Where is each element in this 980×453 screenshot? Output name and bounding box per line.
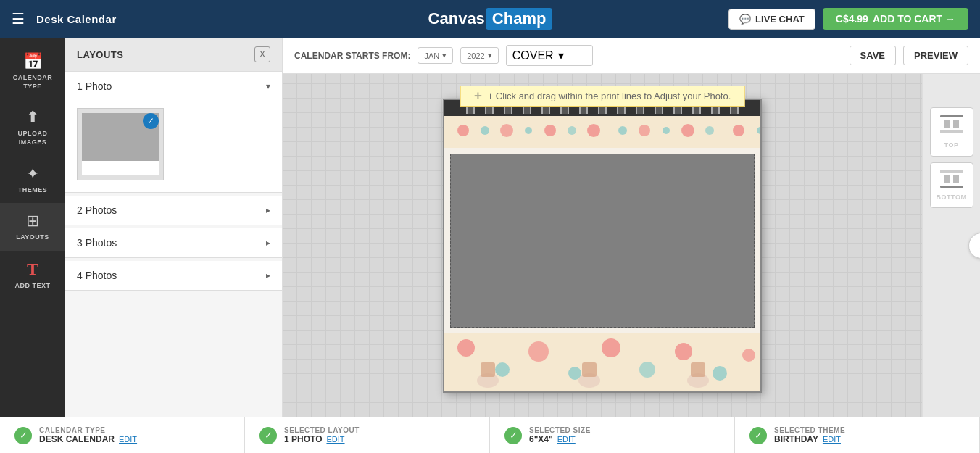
sidebar-label-calendar-type: CALENDAR TYPE (6, 74, 59, 91)
year-value: 2022 (467, 51, 484, 60)
svg-point-6 (587, 124, 600, 137)
svg-rect-36 (953, 175, 959, 183)
status-selected-layout: ✓ SELECTED LAYOUT 1 PHOTO EDIT (245, 417, 490, 453)
status-value-1: DESK CALENDAR (39, 434, 115, 444)
status-check-1: ✓ (14, 427, 32, 444)
svg-rect-32 (953, 120, 959, 128)
cover-value: COVER (512, 49, 554, 62)
layouts-panel-header: LAYOUTS X (65, 38, 282, 72)
sidebar-label-themes: THEMES (18, 186, 48, 195)
status-edit-1[interactable]: EDIT (119, 435, 137, 444)
layout-group-1photo-label: 1 Photo (77, 80, 112, 92)
layout-group-3photos-arrow: ▸ (266, 238, 270, 248)
layout-thumb-1photo[interactable]: ✓ (77, 108, 164, 180)
chat-icon: 💬 (739, 14, 751, 25)
status-selected-theme: ✓ SELECTED THEME BIRTHDAY EDIT (735, 417, 980, 453)
status-check-4: ✓ (749, 427, 767, 444)
calendar-top-pattern (444, 116, 760, 148)
status-selected-size: ✓ SELECTED SIZE 6"X4" EDIT (490, 417, 735, 453)
bottom-pattern-svg (444, 333, 760, 391)
calendar-photo-area[interactable] (450, 154, 755, 328)
status-text-1: CALENDAR TYPE DESK CALENDAR EDIT (39, 426, 137, 444)
themes-icon: ✦ (26, 165, 39, 183)
status-value-2: 1 PHOTO (284, 434, 322, 444)
top-position-button[interactable]: Top (930, 107, 973, 157)
svg-point-8 (639, 125, 650, 136)
cover-select[interactable]: COVER ▾ (506, 45, 593, 66)
top-pattern-svg (449, 120, 760, 141)
live-chat-label: LIVE CHAT (755, 14, 805, 25)
year-select[interactable]: 2022 ▾ (460, 47, 498, 64)
sidebar-label-layouts: LAYOUTS (16, 233, 49, 242)
svg-point-23 (742, 349, 755, 362)
svg-rect-27 (582, 362, 597, 377)
svg-rect-29 (691, 362, 705, 377)
svg-point-9 (663, 127, 670, 134)
svg-rect-33 (940, 130, 963, 133)
editor-area: CALENDAR STARTS FROM: JAN ▾ 2022 ▾ COVER… (283, 38, 980, 417)
status-calendar-type: ✓ CALENDAR TYPE DESK CALENDAR EDIT (0, 417, 245, 453)
svg-rect-35 (944, 175, 950, 183)
layout-group-2photos-header[interactable]: 2 Photos ▸ (65, 196, 282, 225)
status-edit-3[interactable]: EDIT (557, 435, 576, 444)
layout-group-3photos: 3 Photos ▸ (65, 228, 282, 258)
canvas-wrapper: ✛ + Click and drag within the print line… (283, 74, 980, 417)
cover-dropdown-arrow: ▾ (558, 49, 564, 62)
status-value-row-1: DESK CALENDAR EDIT (39, 434, 137, 444)
hamburger-icon[interactable]: ☰ (12, 10, 25, 28)
sidebar-item-themes[interactable]: ✦ THEMES (0, 156, 65, 204)
add-to-cart-button[interactable]: C$4.99 ADD TO CART → (823, 8, 968, 30)
add-text-icon: T (27, 259, 38, 279)
sidebar-item-layouts[interactable]: ⊞ LAYOUTS (0, 203, 65, 251)
bottom-position-button[interactable]: Bottom (930, 162, 973, 209)
layout-group-4photos-header[interactable]: 4 Photos ▸ (65, 261, 282, 290)
next-arrow-button[interactable]: › (968, 233, 980, 259)
brand-logo: Canvas Champ (428, 8, 552, 30)
calendar-bottom-pattern (444, 333, 760, 391)
layout-group-1photo-arrow: ▾ (266, 81, 270, 91)
preview-button[interactable]: PREVIEW (903, 46, 968, 65)
layout-group-2photos: 2 Photos ▸ (65, 196, 282, 225)
layout-group-1photo-header[interactable]: 1 Photo ▾ (65, 72, 282, 101)
calendar-type-icon: 📅 (23, 52, 43, 71)
price-label: C$4.99 (836, 13, 868, 25)
top-position-label: Top (944, 141, 959, 150)
drag-hint-text: + Click and drag within the print lines … (488, 91, 731, 101)
status-value-row-3: 6"X4" EDIT (529, 434, 591, 444)
status-edit-2[interactable]: EDIT (326, 435, 344, 444)
layout-group-4photos: 4 Photos ▸ (65, 261, 282, 291)
sidebar-item-calendar-type[interactable]: 📅 CALENDAR TYPE (0, 43, 65, 99)
add-to-cart-label: ADD TO CART → (873, 13, 955, 25)
layout-group-3photos-header[interactable]: 3 Photos ▸ (65, 228, 282, 257)
layout-group-4photos-label: 4 Photos (77, 270, 117, 281)
right-panel: Top Bottom › (922, 74, 980, 417)
live-chat-button[interactable]: 💬 LIVE CHAT (728, 9, 815, 30)
svg-point-0 (457, 125, 469, 136)
svg-rect-31 (944, 120, 950, 128)
sidebar-item-upload-images[interactable]: ⬆ UPLOAD IMAGES (0, 99, 65, 155)
calendar-starts-label: CALENDAR STARTS FROM: (294, 51, 410, 61)
save-button[interactable]: SAVE (850, 46, 896, 65)
status-edit-4[interactable]: EDIT (823, 435, 841, 444)
svg-point-10 (681, 124, 694, 137)
svg-point-20 (639, 362, 655, 378)
svg-point-5 (568, 126, 576, 135)
svg-point-11 (705, 126, 714, 135)
thumb-text (82, 161, 159, 175)
svg-point-17 (528, 341, 549, 362)
sidebar-item-add-text[interactable]: T ADD TEXT (0, 251, 65, 299)
svg-rect-25 (481, 362, 495, 377)
svg-point-4 (544, 125, 556, 136)
layouts-close-button[interactable]: X (254, 46, 270, 62)
page-title: Desk Calendar (36, 13, 117, 25)
layout-group-4photos-arrow: ▸ (266, 270, 270, 280)
layouts-panel: LAYOUTS X 1 Photo ▾ ✓ 2 Photos ▸ (65, 38, 283, 417)
status-bar: ✓ CALENDAR TYPE DESK CALENDAR EDIT ✓ SEL… (0, 417, 980, 453)
svg-point-19 (602, 338, 620, 357)
canvas[interactable]: ✛ + Click and drag within the print line… (283, 74, 922, 417)
status-title-4: SELECTED THEME (774, 426, 845, 434)
month-select[interactable]: JAN ▾ (418, 47, 453, 64)
month-dropdown-arrow: ▾ (442, 51, 447, 60)
svg-rect-30 (940, 115, 963, 117)
svg-point-3 (525, 127, 532, 134)
